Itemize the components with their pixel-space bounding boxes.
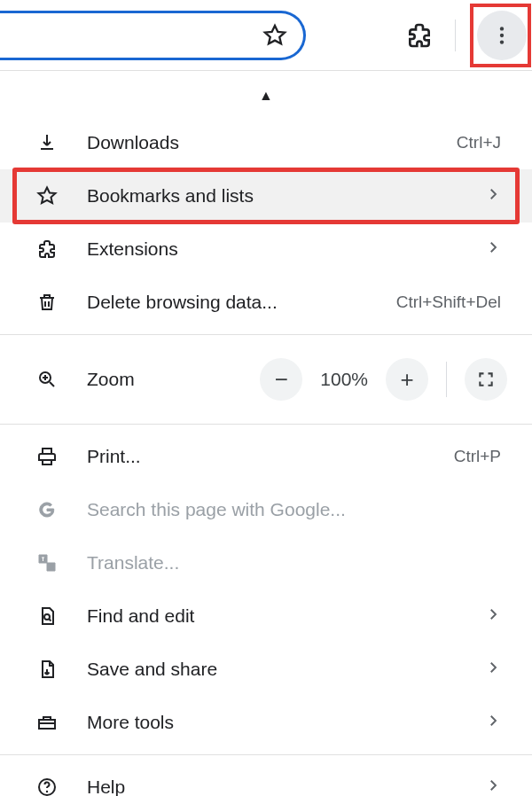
menu-separator — [0, 334, 532, 335]
address-bar[interactable] — [0, 11, 306, 60]
toolbox-icon — [35, 712, 59, 733]
menu-label: More tools — [87, 712, 457, 733]
menu-label: Save and share — [87, 659, 457, 680]
menu-label: Search this page with Google... — [87, 499, 501, 520]
menu-item-extensions[interactable]: Extensions — [0, 222, 532, 276]
star-icon — [35, 185, 59, 207]
menu-accelerator: Ctrl+J — [457, 133, 501, 152]
menu-label: Delete browsing data... — [87, 292, 368, 313]
menu-label: Print... — [87, 446, 426, 467]
help-icon — [35, 776, 59, 796]
menu-separator — [0, 754, 532, 755]
menu-label: Bookmarks and lists — [87, 185, 457, 207]
menu-zoom-row: Zoom − 100% + — [0, 340, 532, 418]
browser-toolbar — [0, 0, 532, 71]
trash-icon — [35, 292, 59, 313]
download-icon — [35, 132, 59, 153]
find-in-page-icon — [35, 605, 59, 627]
zoom-out-button[interactable]: − — [260, 358, 302, 401]
menu-label: Translate... — [87, 552, 501, 574]
menu-item-bookmarks[interactable]: Bookmarks and lists — [0, 169, 532, 222]
menu-item-save-share[interactable]: Save and share — [0, 643, 532, 696]
divider — [446, 362, 447, 397]
menu-accelerator: Ctrl+P — [454, 447, 501, 466]
browser-menu: Downloads Ctrl+J Bookmarks and lists Ext… — [0, 115, 532, 796]
menu-item-delete-data[interactable]: Delete browsing data... Ctrl+Shift+Del — [0, 276, 532, 329]
menu-item-translate[interactable]: Translate... — [0, 536, 532, 589]
highlight-box — [470, 4, 531, 67]
zoom-label: Zoom — [87, 369, 231, 390]
toolbar-divider — [455, 20, 456, 51]
zoom-icon — [35, 369, 59, 390]
print-icon — [35, 446, 59, 467]
menu-item-search-page[interactable]: Search this page with Google... — [0, 483, 532, 536]
chevron-right-icon — [485, 185, 501, 207]
chevron-right-icon — [485, 238, 501, 260]
star-icon[interactable] — [261, 21, 289, 50]
chevron-right-icon — [485, 605, 501, 627]
menu-item-print[interactable]: Print... Ctrl+P — [0, 430, 532, 483]
chevron-right-icon — [485, 659, 501, 680]
puzzle-icon[interactable] — [405, 21, 434, 50]
zoom-in-button[interactable]: + — [386, 358, 428, 401]
chevron-right-icon — [485, 776, 501, 796]
menu-item-help[interactable]: Help — [0, 761, 532, 796]
file-download-icon — [35, 659, 59, 680]
menu-label: Extensions — [87, 238, 457, 260]
menu-separator — [0, 424, 532, 425]
menu-label: Find and edit — [87, 605, 457, 627]
chevron-right-icon — [485, 712, 501, 733]
menu-item-more-tools[interactable]: More tools — [0, 696, 532, 749]
zoom-value: 100% — [315, 369, 373, 390]
menu-label: Help — [87, 776, 457, 796]
menu-accelerator: Ctrl+Shift+Del — [396, 293, 501, 312]
puzzle-icon — [35, 238, 59, 260]
fullscreen-button[interactable] — [465, 358, 507, 401]
menu-arrow-icon: ▲ — [0, 71, 532, 115]
menu-item-find-edit[interactable]: Find and edit — [0, 589, 532, 643]
translate-icon — [35, 552, 59, 574]
menu-label: Downloads — [87, 132, 428, 153]
google-icon — [35, 499, 59, 520]
menu-item-downloads[interactable]: Downloads Ctrl+J — [0, 116, 532, 169]
